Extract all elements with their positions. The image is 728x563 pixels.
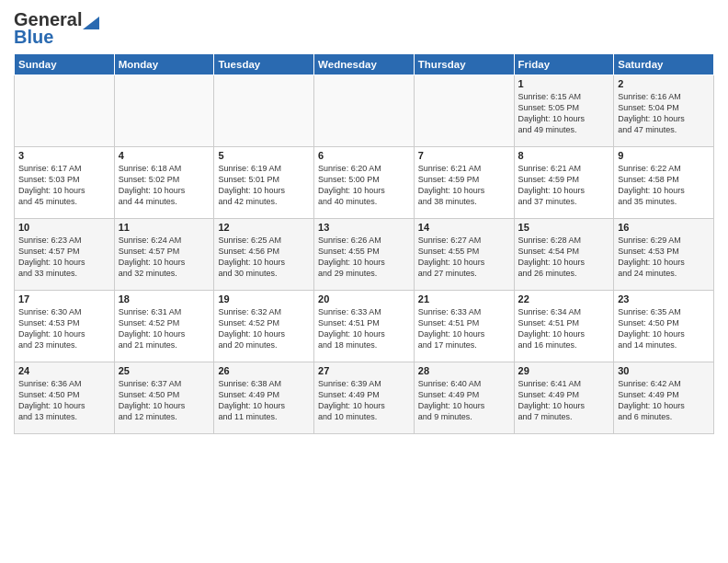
calendar-cell: 11Sunrise: 6:24 AM Sunset: 4:57 PM Dayli… <box>114 219 214 291</box>
calendar-header-sunday: Sunday <box>15 54 115 75</box>
day-number: 23 <box>618 293 710 304</box>
day-number: 18 <box>119 293 210 304</box>
cell-info: Sunrise: 6:24 AM Sunset: 4:57 PM Dayligh… <box>119 235 210 280</box>
cell-info: Sunrise: 6:35 AM Sunset: 4:50 PM Dayligh… <box>618 306 710 351</box>
cell-info: Sunrise: 6:17 AM Sunset: 5:03 PM Dayligh… <box>18 163 110 208</box>
day-number: 13 <box>318 222 410 233</box>
cell-info: Sunrise: 6:42 AM Sunset: 4:49 PM Dayligh… <box>618 378 710 423</box>
calendar-week-3: 10Sunrise: 6:23 AM Sunset: 4:57 PM Dayli… <box>15 219 714 291</box>
calendar-cell <box>314 75 415 147</box>
svg-marker-0 <box>83 17 99 29</box>
logo-arrow-icon <box>83 11 99 29</box>
cell-info: Sunrise: 6:40 AM Sunset: 4:49 PM Dayligh… <box>418 378 510 423</box>
calendar-cell: 25Sunrise: 6:37 AM Sunset: 4:50 PM Dayli… <box>114 362 214 434</box>
calendar-cell: 18Sunrise: 6:31 AM Sunset: 4:52 PM Dayli… <box>114 291 214 362</box>
calendar-cell: 21Sunrise: 6:33 AM Sunset: 4:51 PM Dayli… <box>414 291 514 362</box>
calendar-cell <box>114 75 214 147</box>
calendar-cell: 17Sunrise: 6:30 AM Sunset: 4:53 PM Dayli… <box>15 291 115 362</box>
calendar-cell: 15Sunrise: 6:28 AM Sunset: 4:54 PM Dayli… <box>514 219 614 291</box>
day-number: 11 <box>119 222 210 233</box>
day-number: 10 <box>18 222 110 233</box>
calendar-cell: 14Sunrise: 6:27 AM Sunset: 4:55 PM Dayli… <box>414 219 514 291</box>
calendar-header-thursday: Thursday <box>414 54 514 75</box>
calendar-cell <box>414 75 514 147</box>
calendar-cell: 13Sunrise: 6:26 AM Sunset: 4:55 PM Dayli… <box>314 219 415 291</box>
day-number: 5 <box>218 150 310 161</box>
cell-info: Sunrise: 6:25 AM Sunset: 4:56 PM Dayligh… <box>218 235 310 280</box>
cell-info: Sunrise: 6:31 AM Sunset: 4:52 PM Dayligh… <box>119 306 210 351</box>
calendar-header-tuesday: Tuesday <box>214 54 314 75</box>
calendar-cell: 8Sunrise: 6:21 AM Sunset: 4:59 PM Daylig… <box>514 147 614 219</box>
day-number: 17 <box>18 293 110 304</box>
calendar-cell: 10Sunrise: 6:23 AM Sunset: 4:57 PM Dayli… <box>15 219 115 291</box>
day-number: 22 <box>518 293 610 304</box>
cell-info: Sunrise: 6:19 AM Sunset: 5:01 PM Dayligh… <box>218 163 310 208</box>
calendar-header-friday: Friday <box>514 54 614 75</box>
day-number: 12 <box>218 222 310 233</box>
cell-info: Sunrise: 6:27 AM Sunset: 4:55 PM Dayligh… <box>418 235 510 280</box>
day-number: 6 <box>318 150 410 161</box>
day-number: 29 <box>518 365 610 376</box>
calendar-cell: 26Sunrise: 6:38 AM Sunset: 4:49 PM Dayli… <box>214 362 314 434</box>
calendar-cell: 30Sunrise: 6:42 AM Sunset: 4:49 PM Dayli… <box>614 362 714 434</box>
calendar-header-monday: Monday <box>114 54 214 75</box>
calendar-cell: 3Sunrise: 6:17 AM Sunset: 5:03 PM Daylig… <box>15 147 115 219</box>
day-number: 9 <box>618 150 710 161</box>
cell-info: Sunrise: 6:33 AM Sunset: 4:51 PM Dayligh… <box>318 306 410 351</box>
logo: General Blue <box>14 9 99 48</box>
day-number: 4 <box>119 150 210 161</box>
cell-info: Sunrise: 6:33 AM Sunset: 4:51 PM Dayligh… <box>418 306 510 351</box>
calendar-table: SundayMondayTuesdayWednesdayThursdayFrid… <box>14 53 714 434</box>
day-number: 19 <box>218 293 310 304</box>
day-number: 28 <box>418 365 510 376</box>
cell-info: Sunrise: 6:30 AM Sunset: 4:53 PM Dayligh… <box>18 306 110 351</box>
calendar-cell: 7Sunrise: 6:21 AM Sunset: 4:59 PM Daylig… <box>414 147 514 219</box>
calendar-cell: 1Sunrise: 6:15 AM Sunset: 5:05 PM Daylig… <box>514 75 614 147</box>
cell-info: Sunrise: 6:26 AM Sunset: 4:55 PM Dayligh… <box>318 235 410 280</box>
day-number: 21 <box>418 293 510 304</box>
calendar-cell: 12Sunrise: 6:25 AM Sunset: 4:56 PM Dayli… <box>214 219 314 291</box>
calendar-cell: 5Sunrise: 6:19 AM Sunset: 5:01 PM Daylig… <box>214 147 314 219</box>
day-number: 8 <box>518 150 610 161</box>
cell-info: Sunrise: 6:21 AM Sunset: 4:59 PM Dayligh… <box>418 163 510 208</box>
calendar-cell: 2Sunrise: 6:16 AM Sunset: 5:04 PM Daylig… <box>614 75 714 147</box>
calendar-cell: 23Sunrise: 6:35 AM Sunset: 4:50 PM Dayli… <box>614 291 714 362</box>
cell-info: Sunrise: 6:16 AM Sunset: 5:04 PM Dayligh… <box>618 91 710 136</box>
header: General Blue <box>14 9 714 48</box>
calendar-cell: 9Sunrise: 6:22 AM Sunset: 4:58 PM Daylig… <box>614 147 714 219</box>
logo-blue: Blue <box>14 27 53 48</box>
cell-info: Sunrise: 6:22 AM Sunset: 4:58 PM Dayligh… <box>618 163 710 208</box>
calendar-week-2: 3Sunrise: 6:17 AM Sunset: 5:03 PM Daylig… <box>15 147 714 219</box>
cell-info: Sunrise: 6:34 AM Sunset: 4:51 PM Dayligh… <box>518 306 610 351</box>
day-number: 15 <box>518 222 610 233</box>
cell-info: Sunrise: 6:41 AM Sunset: 4:49 PM Dayligh… <box>518 378 610 423</box>
calendar-header-saturday: Saturday <box>614 54 714 75</box>
day-number: 25 <box>119 365 210 376</box>
cell-info: Sunrise: 6:15 AM Sunset: 5:05 PM Dayligh… <box>518 91 610 136</box>
calendar-cell: 19Sunrise: 6:32 AM Sunset: 4:52 PM Dayli… <box>214 291 314 362</box>
day-number: 1 <box>518 78 610 89</box>
calendar-week-1: 1Sunrise: 6:15 AM Sunset: 5:05 PM Daylig… <box>15 75 714 147</box>
calendar-cell: 28Sunrise: 6:40 AM Sunset: 4:49 PM Dayli… <box>414 362 514 434</box>
day-number: 26 <box>218 365 310 376</box>
day-number: 3 <box>18 150 110 161</box>
calendar-cell: 29Sunrise: 6:41 AM Sunset: 4:49 PM Dayli… <box>514 362 614 434</box>
calendar-cell: 27Sunrise: 6:39 AM Sunset: 4:49 PM Dayli… <box>314 362 415 434</box>
calendar-week-5: 24Sunrise: 6:36 AM Sunset: 4:50 PM Dayli… <box>15 362 714 434</box>
calendar-week-4: 17Sunrise: 6:30 AM Sunset: 4:53 PM Dayli… <box>15 291 714 362</box>
cell-info: Sunrise: 6:29 AM Sunset: 4:53 PM Dayligh… <box>618 235 710 280</box>
day-number: 30 <box>618 365 710 376</box>
calendar-cell: 6Sunrise: 6:20 AM Sunset: 5:00 PM Daylig… <box>314 147 415 219</box>
day-number: 27 <box>318 365 410 376</box>
calendar-cell <box>214 75 314 147</box>
cell-info: Sunrise: 6:36 AM Sunset: 4:50 PM Dayligh… <box>18 378 110 423</box>
day-number: 2 <box>618 78 710 89</box>
main-container: General Blue SundayMondayTuesdayWednesda… <box>0 0 728 439</box>
day-number: 20 <box>318 293 410 304</box>
cell-info: Sunrise: 6:38 AM Sunset: 4:49 PM Dayligh… <box>218 378 310 423</box>
calendar-cell: 20Sunrise: 6:33 AM Sunset: 4:51 PM Dayli… <box>314 291 415 362</box>
day-number: 24 <box>18 365 110 376</box>
day-number: 16 <box>618 222 710 233</box>
calendar-cell <box>15 75 115 147</box>
day-number: 14 <box>418 222 510 233</box>
